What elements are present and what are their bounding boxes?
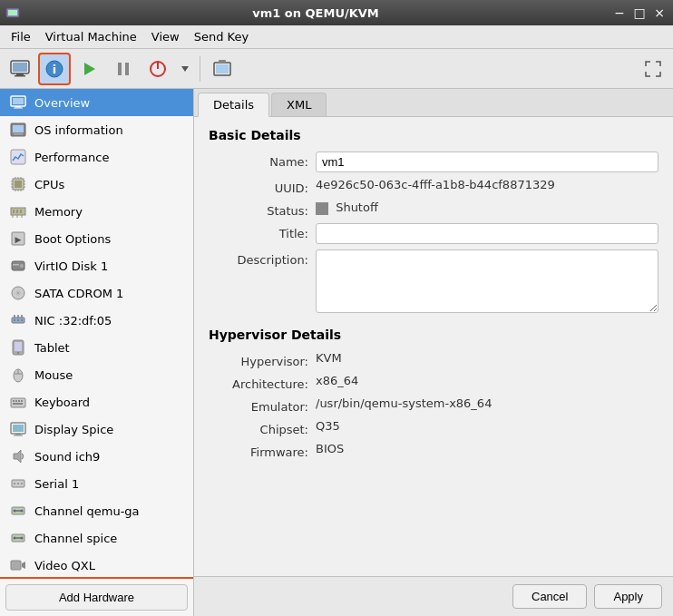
svg-rect-40	[13, 210, 15, 213]
sidebar-item-performance[interactable]: Performance	[0, 143, 193, 171]
sidebar-boot-label: Boot Options	[34, 232, 111, 246]
svg-rect-50	[13, 264, 19, 266]
sidebar-item-sound[interactable]: Sound ich9	[0, 443, 193, 470]
monitor-icon	[9, 58, 31, 80]
svg-rect-3	[13, 63, 27, 72]
svg-point-58	[14, 319, 15, 321]
info-btn[interactable]: i	[38, 53, 71, 85]
hypervisor-label: Hypervisor:	[209, 351, 308, 368]
svg-rect-20	[14, 108, 23, 109]
architecture-label: Architecture:	[209, 374, 308, 391]
svg-point-89	[21, 537, 24, 540]
sidebar-channel-qemu-label: Channel qemu-ga	[34, 504, 140, 518]
status-label: Status:	[209, 200, 308, 218]
cancel-button[interactable]: Cancel	[512, 584, 587, 609]
status-icon	[316, 202, 328, 215]
menu-view[interactable]: View	[144, 28, 187, 45]
svg-rect-72	[13, 403, 23, 405]
svg-point-59	[17, 319, 19, 321]
tab-details[interactable]: Details	[198, 93, 269, 117]
add-hardware-button[interactable]: Add Hardware	[5, 584, 188, 611]
svg-rect-1	[8, 10, 17, 15]
sidebar-keyboard-label: Keyboard	[34, 396, 90, 409]
sidebar-item-keyboard[interactable]: Keyboard	[0, 388, 193, 416]
disk-icon	[9, 257, 27, 275]
svg-rect-18	[13, 98, 24, 104]
firmware-value: BIOS	[316, 442, 658, 455]
sidebar-mouse-label: Mouse	[34, 368, 73, 382]
svg-rect-22	[13, 125, 24, 132]
sidebar-item-os-info[interactable]: OS information	[0, 116, 193, 143]
sidebar-channel-spice-label: Channel spice	[34, 532, 117, 545]
sidebar-display-label: Display Spice	[34, 423, 113, 436]
fullscreen-icon	[644, 60, 662, 78]
chipset-label: Chipset:	[209, 419, 308, 436]
svg-rect-4	[16, 73, 24, 75]
firmware-label: Firmware:	[209, 442, 308, 459]
menu-sendkey[interactable]: Send Key	[187, 28, 256, 45]
svg-point-63	[17, 352, 19, 354]
window-title: vm1 on QEMU/KVM	[20, 6, 611, 20]
sidebar-footer: Add Hardware	[0, 577, 193, 616]
sidebar-item-channel-spice[interactable]: Channel spice	[0, 524, 193, 552]
info-icon: i	[44, 58, 65, 80]
sidebar-item-cpus[interactable]: CPUs	[0, 171, 193, 198]
play-icon	[78, 58, 100, 80]
sidebar-nic-label: NIC :32:df:05	[34, 314, 112, 328]
sidebar-cpus-label: CPUs	[34, 178, 64, 191]
svg-rect-69	[15, 400, 17, 402]
play-btn[interactable]	[73, 53, 105, 85]
svg-marker-91	[22, 562, 25, 569]
sidebar-item-overview[interactable]: Overview	[0, 89, 193, 116]
sidebar-item-virtio-disk[interactable]: VirtIO Disk 1	[0, 252, 193, 279]
title-input[interactable]	[316, 223, 658, 244]
sidebar-item-video[interactable]: Video QXL	[0, 552, 193, 577]
cdrom-icon	[9, 284, 27, 302]
menu-file[interactable]: File	[4, 28, 38, 45]
tablet-icon	[9, 338, 27, 357]
boot-icon: ▶	[9, 230, 27, 248]
svg-rect-9	[118, 63, 122, 75]
pause-btn[interactable]	[107, 53, 140, 85]
toolbar: i	[0, 49, 673, 89]
tab-bar: Details XML	[194, 89, 673, 117]
sidebar-item-tablet[interactable]: Tablet	[0, 334, 193, 361]
power-btn[interactable]	[141, 53, 174, 85]
svg-rect-76	[14, 435, 23, 436]
fullscreen-btn[interactable]	[637, 53, 669, 85]
sidebar-item-mouse[interactable]: Mouse	[0, 361, 193, 388]
cpu-icon	[9, 175, 27, 193]
sidebar-serial-label: Serial 1	[34, 477, 79, 491]
svg-rect-42	[20, 210, 22, 213]
close-btn[interactable]: ×	[651, 5, 668, 20]
apply-button[interactable]: Apply	[594, 584, 662, 609]
menubar: File Virtual Machine View Send Key	[0, 25, 673, 49]
name-input[interactable]	[316, 152, 658, 172]
display-icon	[9, 420, 27, 438]
sidebar-item-sata-cdrom[interactable]: SATA CDROM 1	[0, 279, 193, 307]
minimize-btn[interactable]: −	[611, 5, 628, 20]
tab-xml[interactable]: XML	[271, 93, 327, 116]
architecture-value: x86_64	[316, 374, 658, 387]
svg-rect-90	[11, 561, 21, 570]
title-label: Title:	[209, 223, 308, 240]
svg-point-79	[14, 483, 15, 484]
svg-point-85	[21, 510, 24, 513]
svg-marker-77	[14, 450, 21, 463]
svg-rect-23	[14, 133, 23, 135]
sidebar-perf-label: Performance	[34, 151, 109, 164]
power-dropdown[interactable]	[176, 53, 194, 85]
svg-rect-5	[15, 75, 25, 77]
monitor-btn[interactable]	[4, 53, 36, 85]
window-controls: − □ ×	[611, 5, 668, 20]
sidebar-item-boot[interactable]: ▶ Boot Options	[0, 225, 193, 252]
menu-vm[interactable]: Virtual Machine	[38, 28, 144, 45]
maximize-btn[interactable]: □	[631, 5, 648, 20]
sidebar-item-channel-qemu[interactable]: Channel qemu-ga	[0, 497, 193, 524]
sidebar-item-serial[interactable]: Serial 1	[0, 470, 193, 497]
description-input[interactable]	[316, 249, 658, 313]
sidebar-item-display-spice[interactable]: Display Spice	[0, 416, 193, 443]
sidebar-item-memory[interactable]: Memory	[0, 198, 193, 225]
screenshot-btn[interactable]	[206, 53, 239, 85]
sidebar-item-nic[interactable]: NIC :32:df:05	[0, 307, 193, 334]
